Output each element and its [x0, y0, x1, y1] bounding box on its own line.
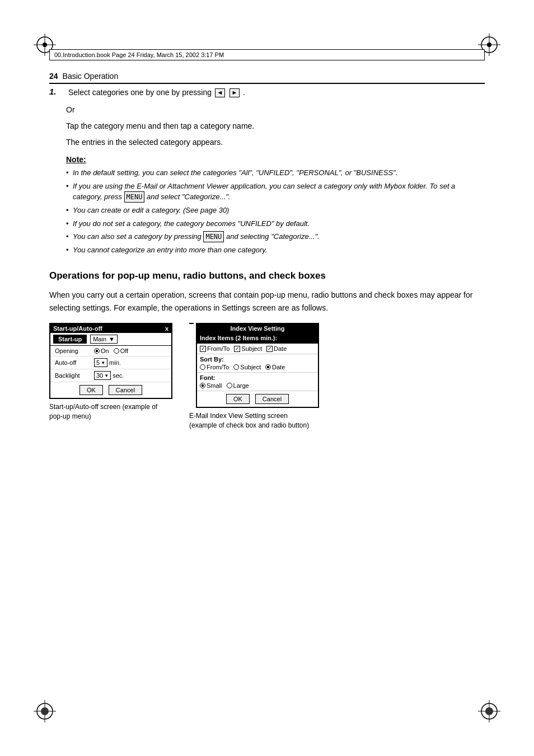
page-number: 24	[49, 72, 58, 81]
startup-cancel-button[interactable]: Cancel	[109, 385, 142, 395]
note-item-6: You cannot categorize an entry into more…	[66, 245, 485, 256]
autooff-value: 5	[96, 359, 100, 366]
step-number-1: 1.	[49, 87, 66, 96]
section2-heading: Operations for pop-up menu, radio button…	[49, 269, 485, 283]
sort-date-radio[interactable]: Date	[265, 364, 285, 370]
startup-caption: Start-up/Auto-off screen (example of pop…	[49, 402, 172, 421]
sort-section: Sort By: From/To Subject	[197, 354, 318, 373]
index-caption-text: E-Mail Index View Setting screen (exampl…	[189, 412, 309, 429]
corner-mark-bl	[34, 700, 56, 722]
file-info-bar: 00.Introduction.book Page 24 Friday, Mar…	[49, 49, 485, 60]
backlight-dropdown[interactable]: 30 ▼	[94, 371, 111, 380]
startup-ok-button[interactable]: OK	[79, 385, 103, 395]
startup-tab-dropdown[interactable]: Main ▼	[90, 335, 118, 344]
key-right-icon: ►	[229, 88, 240, 97]
section-title: Basic Operation	[63, 72, 119, 81]
index-screen: Index View Setting Index Items (2 Items …	[196, 323, 319, 408]
font-large-radio[interactable]: Large	[227, 382, 249, 389]
or-text: Or	[66, 104, 485, 116]
checkbox-date[interactable]: ✓ Date	[266, 345, 287, 352]
note-section: Note: In the default setting, you can se…	[66, 155, 485, 256]
note-item-1-text: In the default setting, you can select t…	[73, 168, 397, 177]
autooff-unit: min.	[109, 359, 121, 366]
svg-point-11	[41, 707, 49, 715]
sort-subject-label: Subject	[240, 364, 261, 370]
backlight-unit: sec.	[113, 372, 124, 379]
step-1-content: Select categories one by one by pressing…	[68, 87, 485, 98]
note-item-2: If you are using the E-Mail or Attachmen…	[66, 181, 485, 203]
file-info-text: 00.Introduction.book Page 24 Friday, Mar…	[54, 51, 224, 58]
tap-text: Tap the category menu and then tap a cat…	[66, 120, 485, 132]
svg-point-3	[43, 43, 47, 47]
checkbox-date-icon: ✓	[266, 346, 273, 352]
tab-dropdown-label: Main	[93, 336, 106, 342]
startup-screenshot-block: Start-up/Auto-off x Start-up Main ▼ Open…	[49, 323, 172, 421]
step-1-period: .	[243, 87, 245, 98]
opening-radio-group: On Off	[94, 348, 128, 354]
note-item-5: You can also set a category by pressing …	[66, 231, 485, 242]
index-items-label: Index Items (2 Items min.):	[200, 335, 277, 341]
startup-buttons: OK Cancel	[50, 382, 171, 398]
step-1-text: Select categories one by one by pressing…	[68, 87, 485, 98]
note-label: Note:	[66, 155, 485, 164]
autooff-row: Auto-off 5 ▼ min.	[50, 356, 171, 369]
step-1: 1. Select categories one by one by press…	[49, 87, 485, 98]
section2-description: When you carry out a certain operation, …	[49, 289, 485, 314]
autooff-arrow: ▼	[101, 360, 105, 365]
sort-subject-radio[interactable]: Subject	[233, 364, 261, 370]
checkbox-fromto-icon: ✓	[200, 346, 206, 352]
opening-on-radio[interactable]: On	[94, 348, 109, 354]
opening-off-radio[interactable]: Off	[114, 348, 128, 354]
font-section: Font: Small Large	[197, 373, 318, 391]
note-item-3: You can create or edit a category. (See …	[66, 205, 485, 216]
note-item-3-text: You can create or edit a category. (See …	[73, 206, 229, 214]
checkbox-date-label: Date	[274, 345, 287, 352]
opening-label: Opening	[55, 348, 94, 354]
font-small-radio[interactable]: Small	[200, 382, 222, 389]
backlight-label: Backlight	[55, 372, 94, 379]
backlight-row: Backlight 30 ▼ sec.	[50, 369, 171, 382]
index-caption: E-Mail Index View Setting screen (exampl…	[189, 411, 312, 430]
index-title: Index View Setting	[231, 325, 285, 332]
step-1-label: Select categories one by one by pressing	[68, 87, 212, 98]
index-buttons: OK Cancel	[197, 391, 318, 407]
checkbox-subject[interactable]: ✓ Subject	[234, 345, 262, 352]
entries-text: The entries in the selected category app…	[66, 137, 485, 148]
font-small-radio-icon	[200, 383, 205, 388]
font-label: Font:	[200, 374, 315, 381]
startup-tabs: Start-up Main ▼	[50, 333, 171, 346]
startup-close-button[interactable]: x	[165, 325, 168, 332]
startup-screen: Start-up/Auto-off x Start-up Main ▼ Open…	[49, 323, 172, 399]
index-cancel-button[interactable]: Cancel	[255, 394, 289, 404]
screenshots-row: Start-up/Auto-off x Start-up Main ▼ Open…	[49, 323, 485, 430]
index-items-label-row: Index Items (2 Items min.):	[197, 333, 318, 344]
checkbox-subject-label: Subject	[241, 345, 262, 352]
svg-point-7	[487, 43, 491, 47]
key-left-icon: ◄	[215, 88, 225, 97]
startup-caption-text: Start-up/Auto-off screen (example of pop…	[49, 403, 157, 420]
note-item-4: If you do not set a category, the catego…	[66, 218, 485, 229]
corner-mark-br	[478, 700, 500, 722]
opening-on-label: On	[101, 348, 109, 354]
startup-tab-active[interactable]: Start-up	[53, 335, 87, 344]
note-item-4-text: If you do not set a category, the catego…	[73, 219, 310, 228]
checkbox-fromto-label: From/To	[207, 345, 229, 352]
radio-on-filled	[94, 348, 100, 354]
checkbox-subject-icon: ✓	[234, 346, 240, 352]
sort-fromto-radio[interactable]: From/To	[200, 364, 229, 370]
note-item-6-text: You cannot categorize an entry into more…	[73, 246, 267, 254]
index-checkboxes: ✓ From/To ✓ Subject ✓ Date	[197, 344, 318, 354]
opening-off-label: Off	[120, 348, 128, 354]
checkbox-fromto[interactable]: ✓ From/To	[200, 345, 229, 352]
note-item-2-text: If you are using the E-Mail or Attachmen…	[73, 182, 455, 201]
note-item-1: In the default setting, you can select t…	[66, 167, 485, 179]
svg-point-15	[485, 707, 493, 715]
index-screenshot-block: Index View Setting Index Items (2 Items …	[189, 323, 319, 430]
sort-date-label: Date	[272, 364, 285, 370]
autooff-label: Auto-off	[55, 359, 94, 366]
index-ok-button[interactable]: OK	[226, 394, 250, 404]
font-large-radio-icon	[227, 383, 232, 388]
index-title-bar: Index View Setting	[197, 324, 318, 333]
note-item-5-text: You can also set a category by pressing …	[73, 232, 320, 241]
autooff-dropdown[interactable]: 5 ▼	[94, 358, 107, 367]
